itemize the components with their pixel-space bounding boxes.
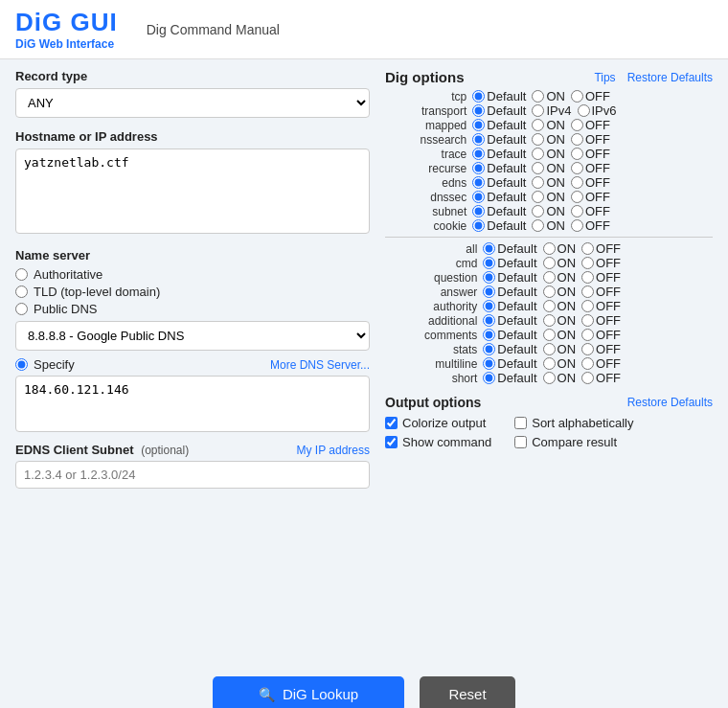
recurse-off-label[interactable]: OFF <box>571 161 610 175</box>
authority-default-label[interactable]: Default <box>483 299 536 313</box>
tcp-default[interactable] <box>472 90 485 103</box>
trace-default[interactable] <box>472 148 485 160</box>
public-dns-select[interactable]: 8.8.8.8 - Google Public DNS 8.8.4.4 - Go… <box>15 321 370 351</box>
comments-on-label[interactable]: ON <box>543 328 577 342</box>
dnssec-on[interactable] <box>532 191 544 203</box>
additional-default-label[interactable]: Default <box>483 313 536 328</box>
stats-off-label[interactable]: OFF <box>581 342 621 356</box>
short-default[interactable] <box>483 372 495 384</box>
more-dns-link[interactable]: More DNS Server... <box>270 358 370 372</box>
additional-on-label[interactable]: ON <box>543 313 577 328</box>
cookie-on-label[interactable]: ON <box>532 218 565 233</box>
additional-off-label[interactable]: OFF <box>581 313 621 328</box>
sort-alpha-label[interactable]: Sort alphabetically <box>514 416 633 430</box>
comments-default[interactable] <box>483 329 495 341</box>
mapped-on-label[interactable]: ON <box>532 118 565 132</box>
multiline-on[interactable] <box>543 357 556 370</box>
recurse-default-label[interactable]: Default <box>472 161 526 175</box>
question-default-label[interactable]: Default <box>483 270 536 285</box>
show-command-checkbox[interactable] <box>385 436 398 448</box>
dig-lookup-button[interactable]: 🔍 DiG Lookup <box>213 676 404 708</box>
subnet-off[interactable] <box>571 205 583 217</box>
short-on-label[interactable]: ON <box>543 371 577 385</box>
ns-radio-public[interactable]: Public DNS <box>15 302 370 316</box>
question-off-label[interactable]: OFF <box>581 270 621 285</box>
tcp-off[interactable] <box>571 90 583 103</box>
question-off[interactable] <box>581 271 594 284</box>
authority-on-label[interactable]: ON <box>543 299 577 313</box>
edns-off[interactable] <box>571 176 583 189</box>
ns-radio-specify-input[interactable] <box>15 358 28 371</box>
restore-defaults-link[interactable]: Restore Defaults <box>627 71 713 84</box>
output-restore-defaults-link[interactable]: Restore Defaults <box>627 396 713 409</box>
answer-off-label[interactable]: OFF <box>581 285 621 299</box>
stats-off[interactable] <box>581 343 594 355</box>
stats-default[interactable] <box>483 343 495 355</box>
compare-result-checkbox[interactable] <box>514 436 527 448</box>
multiline-on-label[interactable]: ON <box>543 356 577 371</box>
answer-default-label[interactable]: Default <box>483 285 536 299</box>
ns-radio-tld[interactable]: TLD (top-level domain) <box>15 285 370 299</box>
comments-default-label[interactable]: Default <box>483 328 536 342</box>
tcp-off-label[interactable]: OFF <box>571 89 610 103</box>
nssearch-off[interactable] <box>571 133 583 146</box>
all-default[interactable] <box>483 242 495 255</box>
all-on-label[interactable]: ON <box>543 241 577 256</box>
subnet-default[interactable] <box>472 205 485 217</box>
authority-default[interactable] <box>483 300 495 312</box>
tcp-on[interactable] <box>532 90 544 103</box>
subnet-on[interactable] <box>532 205 544 217</box>
short-on[interactable] <box>543 372 556 384</box>
recurse-off[interactable] <box>571 162 583 174</box>
nssearch-on-label[interactable]: ON <box>532 132 565 147</box>
multiline-default-label[interactable]: Default <box>483 356 536 371</box>
mapped-off-label[interactable]: OFF <box>571 118 610 132</box>
transport-ipv6[interactable] <box>578 104 590 117</box>
recurse-default[interactable] <box>472 162 485 174</box>
ns-radio-public-input[interactable] <box>15 303 28 315</box>
comments-off-label[interactable]: OFF <box>581 328 621 342</box>
answer-on-label[interactable]: ON <box>543 285 577 299</box>
dnssec-off[interactable] <box>571 191 583 203</box>
stats-on-label[interactable]: ON <box>543 342 577 356</box>
nssearch-default-label[interactable]: Default <box>472 132 526 147</box>
mapped-on[interactable] <box>532 119 544 131</box>
edns-input[interactable] <box>15 461 370 489</box>
nssearch-default[interactable] <box>472 133 485 146</box>
edns-on[interactable] <box>532 176 544 189</box>
short-off[interactable] <box>581 372 594 384</box>
stats-default-label[interactable]: Default <box>483 342 536 356</box>
mapped-default[interactable] <box>472 119 485 131</box>
subnet-on-label[interactable]: ON <box>532 204 565 218</box>
transport-ipv6-label[interactable]: IPv6 <box>578 103 617 118</box>
subnet-off-label[interactable]: OFF <box>571 204 610 218</box>
cookie-default[interactable] <box>472 219 485 232</box>
additional-on[interactable] <box>543 314 556 327</box>
record-type-select[interactable]: ANY A AAAA MX NS CNAME TXT SOA PTR <box>15 88 370 118</box>
cmd-on-label[interactable]: ON <box>543 256 577 270</box>
comments-on[interactable] <box>543 329 556 341</box>
answer-on[interactable] <box>543 285 556 298</box>
authority-off-label[interactable]: OFF <box>581 299 621 313</box>
mapped-off[interactable] <box>571 119 583 131</box>
my-ip-link[interactable]: My IP address <box>297 444 370 457</box>
dnssec-on-label[interactable]: ON <box>532 190 565 204</box>
hostname-input[interactable]: yatznetlab.ctf <box>15 148 370 234</box>
ns-radio-authoritative[interactable]: Authoritative <box>15 267 370 282</box>
trace-off[interactable] <box>571 148 583 160</box>
multiline-off-label[interactable]: OFF <box>581 356 621 371</box>
question-default[interactable] <box>483 271 495 284</box>
multiline-default[interactable] <box>483 357 495 370</box>
authority-on[interactable] <box>543 300 556 312</box>
transport-default-label[interactable]: Default <box>472 103 526 118</box>
cmd-on[interactable] <box>543 257 556 269</box>
stats-on[interactable] <box>543 343 556 355</box>
specify-dns-input[interactable]: 184.60.121.146 <box>15 376 370 432</box>
additional-off[interactable] <box>581 314 594 327</box>
nav-link-manual[interactable]: Dig Command Manual <box>147 22 280 37</box>
tips-link[interactable]: Tips <box>594 71 615 84</box>
cookie-default-label[interactable]: Default <box>472 218 526 233</box>
transport-ipv4-label[interactable]: IPv4 <box>532 103 571 118</box>
ns-radio-tld-input[interactable] <box>15 285 28 298</box>
question-on[interactable] <box>543 271 556 284</box>
